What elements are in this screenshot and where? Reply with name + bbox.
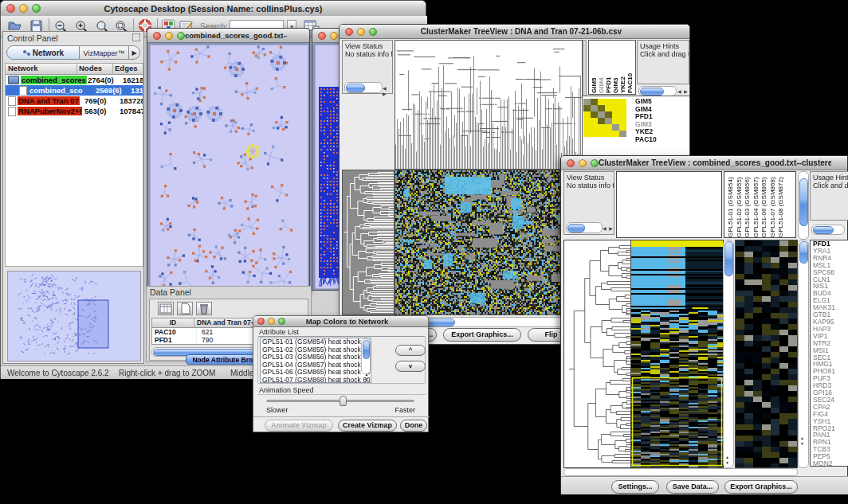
dialog-list-vscrollbar[interactable]: [361, 338, 371, 374]
tv2-row-dendrogram[interactable]: [563, 240, 632, 468]
tv2-gene-label[interactable]: PHO81: [813, 368, 848, 375]
tv2-gene-label[interactable]: HMG1: [813, 361, 848, 368]
tv2-gene-label[interactable]: KAP95: [813, 318, 848, 326]
network-row[interactable]: RNAPuberNov2+! 563(0) 107847(0): [6, 106, 143, 116]
tv2-zoom-heatmap[interactable]: [735, 240, 798, 468]
dialog-window-controls[interactable]: [257, 318, 285, 325]
tv2-status-scroll-arrows[interactable]: ◀ ▶: [603, 225, 614, 231]
col-header-network[interactable]: Network: [6, 64, 77, 74]
tv2-gene-label[interactable]: BUD4: [813, 290, 848, 297]
network-view-titlebar[interactable]: combined_scores_good.txt--cluste...: [147, 29, 309, 43]
tv2-button[interactable]: Settings...: [611, 480, 659, 494]
birds-eye-view[interactable]: [7, 271, 141, 361]
tv2-gene-label[interactable]: MSL1: [813, 262, 848, 269]
tv2-heatmap-vscrollbar[interactable]: ▲▼: [723, 240, 734, 468]
tv2-usage-hscrollbar[interactable]: [811, 225, 845, 235]
tv2-gene-label[interactable]: NIS1: [813, 283, 848, 290]
network-row[interactable]: DNA and Tran 07 769(0) 183728(0): [6, 96, 143, 106]
tv2-heatmap-scroll-arrows[interactable]: ▲▼: [725, 455, 729, 466]
tv2-zoom-scroll-arrows[interactable]: ▲▼: [800, 436, 804, 447]
tv2-gene-label[interactable]: GTB1: [813, 311, 848, 318]
tv2-button[interactable]: Save Data...: [666, 480, 719, 494]
dialog-attribute-item[interactable]: GPL51-03 (GSM856) heat shock 15 min: [262, 354, 371, 361]
animate-vizmap-button[interactable]: Animate Vizmap: [265, 420, 333, 432]
tv2-zoom-vscrollbar[interactable]: ▲▼: [798, 240, 809, 468]
window-controls[interactable]: [6, 4, 41, 13]
dialog-list-scroll-arrows[interactable]: ▲▼: [363, 372, 370, 381]
tv1-button[interactable]: Export Graphics...: [443, 328, 521, 342]
tv2-status-hscrollbar[interactable]: [566, 222, 603, 233]
tab-overflow-button[interactable]: ▶: [129, 45, 140, 60]
network-row[interactable]: combined_sco 2569(6) 13112(15): [6, 85, 143, 96]
tv1-similarity-matrix[interactable]: [583, 99, 626, 137]
tv1-status-scroll-arrows[interactable]: ◀ ▶: [383, 85, 392, 96]
tv2-gene-label[interactable]: PFD1: [813, 240, 848, 248]
tv2-gene-label[interactable]: FIG4: [813, 411, 848, 418]
tv2-gene-label[interactable]: RNR4: [813, 255, 848, 262]
tv1-status-hscrollbar[interactable]: [344, 82, 383, 93]
dialog-attribute-list[interactable]: GPL51-01 (GSM854) heat shock 05 minGPL51…: [260, 338, 371, 383]
tv2-gene-label[interactable]: CLN1: [813, 276, 848, 283]
network-canvas[interactable]: [150, 45, 308, 289]
tv2-gene-label[interactable]: SEC24: [813, 397, 848, 404]
treeview1-window-controls[interactable]: [345, 28, 377, 36]
dialog-attribute-item[interactable]: GPL51-02 (GSM855) heat shock 10 min: [262, 346, 371, 354]
tv1-row-dendrogram[interactable]: [342, 170, 395, 315]
tv2-bottom-hscrollbar[interactable]: [563, 468, 798, 476]
tv2-gene-label[interactable]: MON2: [813, 460, 848, 467]
col-header-nodes[interactable]: Nodes: [77, 64, 113, 74]
dialog-attribute-item[interactable]: GPL51-06 (GSM865) heat shock 40 min: [262, 369, 371, 377]
tv2-column-dendrogram[interactable]: [616, 171, 722, 238]
tv2-gene-label[interactable]: TCB3: [813, 446, 848, 453]
dialog-titlebar[interactable]: Map Colors to Network: [253, 316, 428, 327]
tv1-gene-label[interactable]: PAC10: [635, 136, 688, 144]
tv2-button[interactable]: Export Graphics...: [724, 480, 798, 494]
tv2-gene-label[interactable]: NTR2: [813, 340, 848, 347]
create-vizmap-button[interactable]: Create Vizmap: [338, 420, 397, 432]
data-col-id[interactable]: ID: [152, 318, 194, 327]
tv2-gene-label[interactable]: PEP5: [813, 453, 848, 460]
treeview1-titlebar[interactable]: ClusterMaker TreeView : DNA and Tran 07-…: [340, 25, 689, 39]
done-button[interactable]: Done: [400, 420, 427, 432]
tv1-usage-scroll-arrows[interactable]: ◀ ▶: [677, 88, 689, 94]
dialog-attribute-item[interactable]: GPL51-07 (GSM868) heat shock 60 min: [262, 377, 371, 383]
tv2-gene-label[interactable]: CPA2: [813, 404, 848, 411]
delete-attribute-icon[interactable]: [196, 302, 212, 315]
animation-speed-slider[interactable]: [266, 396, 414, 407]
dialog-move-down-button[interactable]: v: [395, 361, 426, 372]
tv2-gene-label[interactable]: MAK31: [813, 304, 848, 311]
dialog-move-up-button[interactable]: ^: [395, 345, 426, 356]
tv2-gene-label[interactable]: SEC1: [813, 354, 848, 361]
tv2-gene-label[interactable]: HAP3: [813, 326, 848, 333]
tv2-top-vscrollbar[interactable]: [798, 171, 809, 240]
treeview2-titlebar[interactable]: ClusterMaker TreeView : combined_scores_…: [561, 156, 847, 170]
tab-vizmapper[interactable]: VizMapper™: [80, 45, 129, 60]
main-titlebar[interactable]: Cytoscape Desktop (Session Name: collins…: [1, 1, 426, 17]
tv2-gene-label[interactable]: YSH1: [813, 418, 848, 425]
tv2-heatmap[interactable]: [630, 240, 724, 468]
dialog-attribute-item[interactable]: GPL51-04 (GSM857) heat shock 20 min: [262, 361, 371, 369]
col-header-edges[interactable]: Edges: [113, 64, 143, 74]
dialog-attribute-item[interactable]: GPL51-01 (GSM854) heat shock 05 min: [262, 338, 371, 346]
tv1-column-dendrogram[interactable]: [395, 40, 583, 170]
tv2-gene-label[interactable]: PUF3: [813, 375, 848, 382]
tv2-gene-label[interactable]: RPO21: [813, 425, 848, 432]
tv2-gene-label[interactable]: VIP1: [813, 333, 848, 340]
treeview2-window-controls[interactable]: [567, 159, 599, 167]
tv1-heatmap[interactable]: [395, 170, 574, 315]
tv2-gene-label[interactable]: HRD3: [813, 382, 848, 389]
attribute-select-icon[interactable]: [158, 302, 174, 315]
tv2-gene-label[interactable]: SPC98: [813, 269, 848, 276]
tv2-gene-label[interactable]: YRA1: [813, 248, 848, 255]
new-attribute-icon[interactable]: [177, 302, 193, 315]
tv2-gene-label[interactable]: PAN1: [813, 432, 848, 439]
tab-network[interactable]: Network: [6, 45, 80, 60]
tv2-gene-label[interactable]: GPI16: [813, 389, 848, 397]
float-panel-icon[interactable]: [132, 33, 140, 41]
slider-thumb[interactable]: [340, 396, 347, 406]
tv2-gene-label[interactable]: RPN1: [813, 439, 848, 446]
network-row[interactable]: combined_scores 2764(0) 16218(0): [6, 75, 143, 85]
network-view-window-controls[interactable]: [153, 32, 185, 40]
tv2-gene-label[interactable]: MSI1: [813, 347, 848, 354]
tv2-gene-label[interactable]: ELG1: [813, 297, 848, 304]
